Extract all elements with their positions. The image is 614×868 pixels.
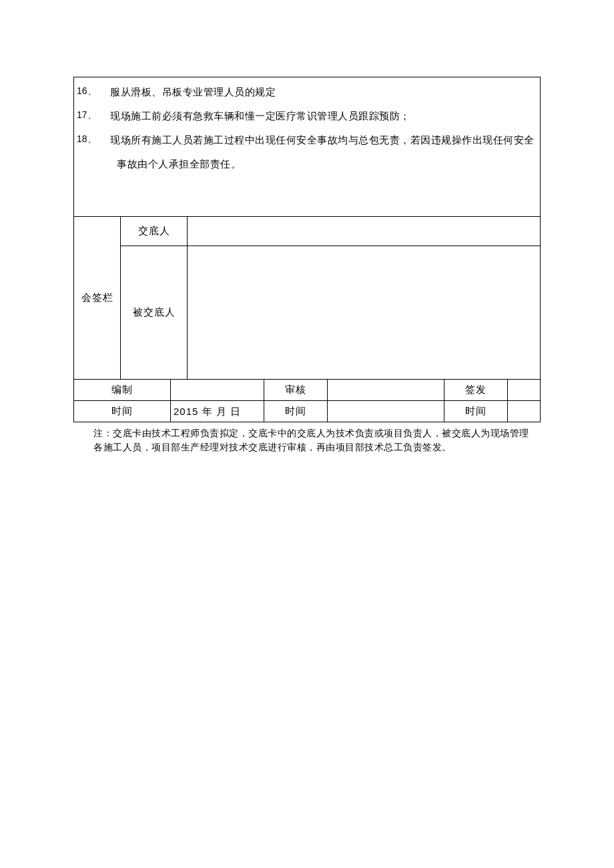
list-item-16: 16、 服从滑板、吊板专业管理人员的规定 xyxy=(77,80,535,104)
sign-table: 会签栏 交底人 被交底人 xyxy=(73,216,541,380)
content-cell: 16、 服从滑板、吊板专业管理人员的规定 17、 现场施工前必须有急救车辆和懂一… xyxy=(74,77,541,217)
list-item-17: 17、 现场施工前必须有急救车辆和懂一定医疗常识管理人员跟踪预防； xyxy=(77,104,535,128)
main-table: 16、 服从滑板、吊板专业管理人员的规定 17、 现场施工前必须有急救车辆和懂一… xyxy=(73,77,541,217)
footer-table: 编制 审核 签发 时间 2015 年 月 日 时间 时间 xyxy=(73,379,541,422)
qianfa-label: 签发 xyxy=(444,380,508,401)
date-value: 2015 年 月 日 xyxy=(171,401,264,422)
list-text: 服从滑板、吊板专业管理人员的规定 xyxy=(110,80,535,104)
shijian-label-3: 时间 xyxy=(444,401,508,422)
huiqian-label: 会签栏 xyxy=(74,217,121,380)
qianfa-date-value xyxy=(508,401,541,422)
beijiaodiren-value xyxy=(188,246,541,380)
list-text: 现场所有施工人员若施工过程中出现任何安全事故均与总包无责，若因违规操作出现任何安… xyxy=(110,128,535,152)
shenhe-date-value xyxy=(328,401,444,422)
bianzhi-value xyxy=(171,380,264,401)
qianfa-value xyxy=(508,380,541,401)
jiaodiren-value xyxy=(188,217,541,246)
jiaodiren-label: 交底人 xyxy=(121,217,188,246)
list-item-18: 18、 现场所有施工人员若施工过程中出现任何安全事故均与总包无责，若因违规操作出… xyxy=(77,128,535,152)
shijian-label-1: 时间 xyxy=(74,401,171,422)
list-continuation: 事故由个人承担全部责任。 xyxy=(77,152,535,176)
note-text: 注：交底卡由技术工程师负责拟定，交底卡中的交底人为技术负责或项目负责人，被交底人… xyxy=(73,426,541,454)
shenhe-label: 审核 xyxy=(264,380,328,401)
list-text: 现场施工前必须有急救车辆和懂一定医疗常识管理人员跟踪预防； xyxy=(110,104,535,128)
list-number: 17、 xyxy=(77,104,110,127)
shijian-label-2: 时间 xyxy=(264,401,328,422)
beijiaodiren-label: 被交底人 xyxy=(121,246,188,380)
list-number: 16、 xyxy=(77,80,110,103)
bianzhi-label: 编制 xyxy=(74,380,171,401)
shenhe-value xyxy=(328,380,444,401)
list-number: 18、 xyxy=(77,128,110,151)
